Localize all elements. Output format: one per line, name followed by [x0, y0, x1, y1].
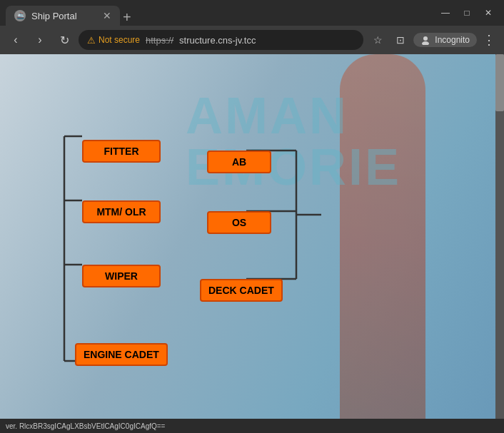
status-text: ver. RlcxBR3sgICAgLXBsbVEtlCAgIC0gICAgfQ…	[6, 422, 165, 430]
forward-button[interactable]: ›	[30, 30, 50, 50]
address-bar[interactable]: ⚠ Not secure https:// structure.cns-jv.t…	[79, 30, 363, 50]
browser-tab[interactable]: 🚢 Ship Portal ✕	[6, 6, 120, 26]
bookmark-button[interactable]: ☆	[368, 30, 388, 50]
close-button[interactable]: ✕	[478, 3, 498, 23]
refresh-button[interactable]: ↻	[54, 30, 74, 50]
url-host: structure.cns-jv.tcc	[179, 35, 256, 46]
split-view-button[interactable]: ⊡	[390, 30, 410, 50]
title-bar: 🚢 Ship Portal ✕ + — □ ✕	[0, 0, 504, 26]
minimize-button[interactable]: —	[435, 3, 455, 23]
url-protocol: https://	[146, 35, 173, 46]
svg-point-1	[422, 41, 429, 45]
incognito-icon	[420, 35, 430, 45]
tab-title: Ship Portal	[31, 11, 77, 21]
os-box[interactable]: OS	[207, 211, 271, 234]
tab-area: 🚢 Ship Portal ✕ +	[6, 0, 430, 26]
new-tab-button[interactable]: +	[123, 9, 131, 26]
content-area: AMAN EMORIE FITTER MTM/ OLR WIPER ENGINE…	[0, 54, 504, 433]
wiper-box[interactable]: WIPER	[82, 265, 161, 287]
maximize-button[interactable]: □	[457, 3, 477, 23]
incognito-button[interactable]: Incognito	[413, 33, 477, 47]
nav-bar: ‹ › ↻ ⚠ Not secure https:// structure.cn…	[0, 26, 504, 54]
ab-box[interactable]: AB	[207, 151, 271, 173]
tab-close-button[interactable]: ✕	[103, 10, 111, 21]
browser-menu-button[interactable]: ⋮	[480, 29, 498, 51]
window-controls: — □ ✕	[435, 3, 498, 23]
tab-favicon: 🚢	[14, 10, 26, 21]
svg-point-0	[423, 36, 428, 41]
scrollbar[interactable]	[495, 54, 504, 433]
status-bar: ver. RlcxBR3sgICAgLXBsbVEtlCAgIC0gICAgfQ…	[0, 419, 504, 433]
back-button[interactable]: ‹	[6, 30, 26, 50]
nav-icons: ☆ ⊡ Incognito ⋮	[368, 29, 498, 51]
engine-cadet-box[interactable]: ENGINE CADET	[75, 343, 168, 366]
warning-icon: ⚠	[87, 35, 96, 46]
scrollbar-thumb[interactable]	[495, 54, 504, 111]
not-secure-indicator: ⚠ Not secure	[87, 35, 140, 46]
mtm-olr-box[interactable]: MTM/ OLR	[82, 200, 161, 223]
background-figure	[318, 54, 447, 433]
deck-cadet-box[interactable]: DECK CADET	[200, 279, 283, 302]
fitter-box[interactable]: FITTER	[82, 140, 161, 163]
